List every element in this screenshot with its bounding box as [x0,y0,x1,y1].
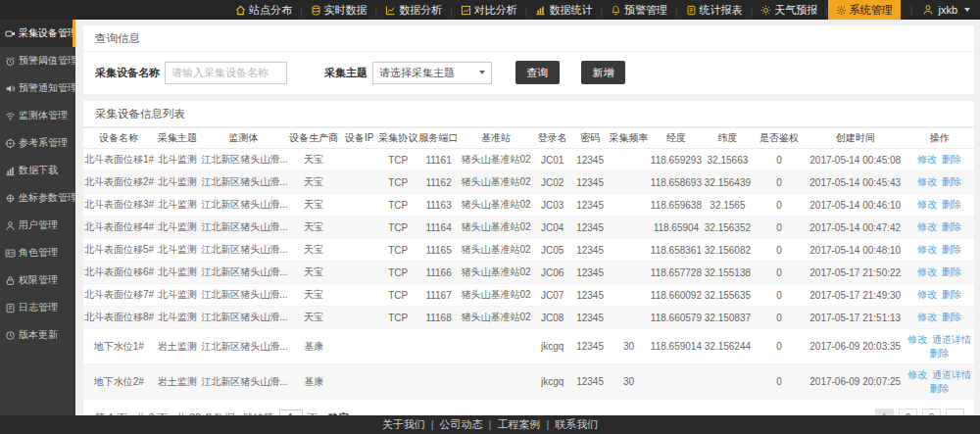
edit-link[interactable]: 修改 [917,289,937,300]
sidebar-item-device-management[interactable]: 采集设备管理 [0,20,75,47]
table-cell [608,171,649,194]
device-name-input[interactable] [165,62,287,84]
page-button-1[interactable]: 1 [875,409,894,415]
nav-item-alarm-management[interactable]: 预警管理 [603,0,675,20]
sidebar-item-user-management[interactable]: 用户管理 [0,212,75,239]
channel-detail-link[interactable]: 通道详情 [932,334,971,345]
table-cell: 江北新区猪头山滑... [200,307,287,329]
page-button-3[interactable]: 3 [922,409,941,415]
edit-link[interactable]: 修改 [917,266,937,277]
table-cell: 2017-05-17 21:51:13 [806,307,905,329]
page-buttons: 123» [870,409,964,415]
table-cell: 0 [753,364,807,400]
topic-select[interactable]: 请选择采集主题 [372,62,492,84]
column-header: 经度 [650,128,704,149]
query-panel: 查询信息 采集设备名称 采集主题 请选择采集主题 查询 新增 [83,25,974,94]
delete-link[interactable]: 删除 [942,199,961,210]
table-cell: 江北新区猪头山滑... [200,217,287,239]
delete-link[interactable]: 删除 [942,244,961,255]
sidebar-item-role-management[interactable]: 角色管理 [0,239,75,266]
sidebar-item-label: 监测体管理 [19,109,68,122]
add-button[interactable]: 新增 [581,61,625,84]
delete-link[interactable]: 删除 [942,154,961,165]
table-cell [608,194,649,217]
edit-link[interactable]: 修改 [917,244,937,255]
table-row: 北斗表面位移4#北斗监测江北新区猪头山滑...天宝TCP11164猪头山基准站0… [83,217,974,239]
edit-link[interactable]: 修改 [907,369,927,380]
nav-item-weather-forecast[interactable]: 天气预报 [753,0,825,20]
table-cell: 12345 [572,262,608,284]
download-chart-icon [5,166,16,176]
delete-link[interactable]: 删除 [942,176,961,187]
nav-item-compare-analysis[interactable]: 对比分析 [453,0,525,20]
device-table-panel: 采集设备信息列表 设备名称采集主题监测体设备生产商设备IP采集协议服务端口基准站… [83,101,974,415]
table-cell: 32.1565 [703,194,753,217]
table-cell [417,329,459,364]
sidebar-item-alarm-threshold-management[interactable]: 预警阈值管理 [0,47,75,74]
table-cell: 32.156244 [703,329,753,364]
sidebar-item-reference-system-management[interactable]: 参考系管理 [0,129,75,157]
table-title: 采集设备信息列表 [83,101,974,127]
sidebar-item-monitor-body-management[interactable]: 监测体管理 [0,102,75,129]
column-header: 设备IP [341,128,378,149]
table-cell: JC07 [532,284,571,307]
table-cell [341,307,378,329]
pagination-text-suffix: 页 , [308,411,323,416]
edit-link[interactable]: 修改 [917,176,937,187]
page-jump-input[interactable] [279,410,303,415]
edit-link[interactable]: 修改 [917,199,937,210]
delete-link[interactable]: 删除 [930,383,950,394]
delete-link[interactable]: 删除 [930,348,950,359]
nav-item-label: 统计报表 [700,3,743,18]
table-cell: 118.660579 [650,307,704,329]
footer-link-project-cases[interactable]: 工程案例 [497,417,555,432]
nav-item-system-management[interactable]: 系统管理 [828,0,901,20]
compare-chart-icon [461,5,471,16]
sidebar-item-coordinate-param-management[interactable]: 坐标参数管理 [0,184,75,212]
table-cell: 地下水位1# [83,329,155,364]
sidebar-item-label: 版本更新 [19,328,58,342]
next-page-button[interactable]: » [946,409,964,415]
user-menu[interactable]: jxkb [901,0,974,20]
table-cell: TCP [378,262,417,284]
actions-cell: 修改 删除 [905,239,974,262]
edit-link[interactable]: 修改 [907,334,927,345]
nav-item-data-analysis[interactable]: 数据分析 [377,0,450,20]
clock-icon [5,330,16,341]
query-button[interactable]: 查询 [515,61,560,84]
sidebar-item-log-management[interactable]: 日志管理 [0,294,75,321]
sidebar-item-label: 日志管理 [19,301,58,314]
sidebar-item-version-update[interactable]: 版本更新 [0,321,75,349]
channel-detail-link[interactable]: 通道详情 [932,369,971,380]
sidebar-item-data-download[interactable]: 数据下载 [0,157,75,184]
page-button-2[interactable]: 2 [899,409,917,415]
table-cell: 12345 [572,329,608,364]
delete-link[interactable]: 删除 [942,289,961,300]
footer-link-about-us[interactable]: 关于我们 [382,417,440,432]
edit-link[interactable]: 修改 [917,221,937,232]
table-cell: 猪头山基准站02 [460,239,533,262]
coordinate-icon [5,193,16,204]
nav-item-site-distribution[interactable]: 站点分布 [227,0,300,20]
table-cell: 天宝 [287,262,341,284]
sidebar-item-permission-management[interactable]: 权限管理 [0,266,75,294]
actions-cell: 修改 删除 [905,284,974,307]
jump-confirm-button[interactable]: 确定 [328,411,349,416]
delete-link[interactable]: 删除 [942,221,961,232]
pagination-text: 第 1 页 , 共 3 页 , 共 22 条数据 , 跳转第 [95,411,274,416]
table-cell: JC06 [532,262,571,284]
table-cell: 11167 [417,284,459,307]
table-cell: 基康 [287,329,341,364]
table-cell: 0 [753,194,807,217]
sidebar-item-alarm-notice-management[interactable]: 预警通知管理 [0,74,75,102]
delete-link[interactable]: 删除 [942,312,961,322]
query-form: 采集设备名称 采集主题 请选择采集主题 查询 新增 [83,52,974,94]
footer-link-company-news[interactable]: 公司动态 [440,417,498,432]
edit-link[interactable]: 修改 [917,154,937,165]
footer-link-contact-us[interactable]: 联系我们 [555,417,598,432]
edit-link[interactable]: 修改 [917,312,937,322]
nav-item-statistic-report[interactable]: 统计报表 [678,0,751,20]
delete-link[interactable]: 删除 [942,266,961,277]
nav-item-data-statistics[interactable]: 数据统计 [527,0,600,20]
nav-item-realtime-data[interactable]: 实时数据 [303,0,375,20]
